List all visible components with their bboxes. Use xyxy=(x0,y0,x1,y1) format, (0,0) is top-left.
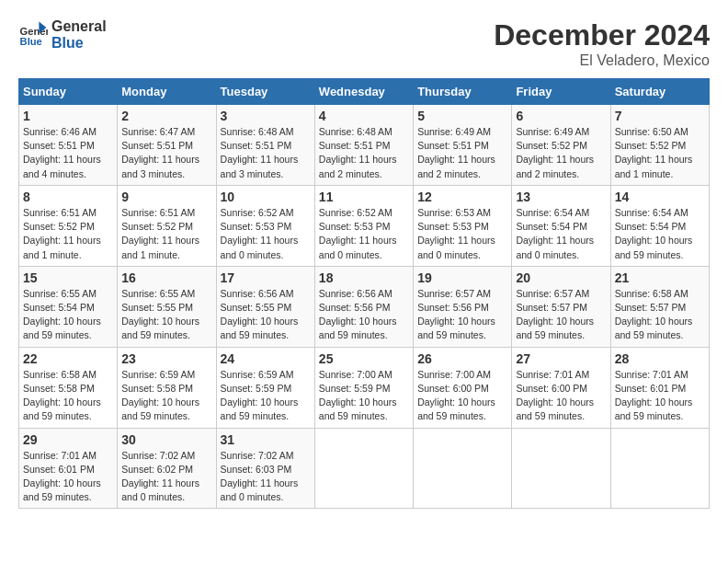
col-header-wednesday: Wednesday xyxy=(314,79,413,105)
day-number: 10 xyxy=(221,190,311,204)
day-info: Sunrise: 6:58 AM Sunset: 5:58 PM Dayligh… xyxy=(23,368,113,424)
calendar-cell: 12Sunrise: 6:53 AM Sunset: 5:53 PM Dayli… xyxy=(414,185,512,266)
day-info: Sunrise: 6:56 AM Sunset: 5:56 PM Dayligh… xyxy=(319,287,409,343)
day-number: 5 xyxy=(417,109,507,123)
day-info: Sunrise: 6:57 AM Sunset: 5:57 PM Dayligh… xyxy=(516,287,606,343)
day-info: Sunrise: 6:52 AM Sunset: 5:53 PM Dayligh… xyxy=(319,206,409,262)
calendar-cell xyxy=(414,428,512,509)
day-info: Sunrise: 6:46 AM Sunset: 5:51 PM Dayligh… xyxy=(23,125,113,181)
calendar-cell: 23Sunrise: 6:59 AM Sunset: 5:58 PM Dayli… xyxy=(118,347,216,428)
day-info: Sunrise: 6:51 AM Sunset: 5:52 PM Dayligh… xyxy=(121,206,211,262)
calendar-cell: 19Sunrise: 6:57 AM Sunset: 5:56 PM Dayli… xyxy=(414,266,512,347)
calendar-cell: 8Sunrise: 6:51 AM Sunset: 5:52 PM Daylig… xyxy=(19,185,118,266)
day-info: Sunrise: 6:55 AM Sunset: 5:55 PM Dayligh… xyxy=(121,287,211,343)
day-number: 21 xyxy=(615,270,705,285)
day-number: 3 xyxy=(221,109,311,123)
calendar-week-2: 8Sunrise: 6:51 AM Sunset: 5:52 PM Daylig… xyxy=(19,185,710,266)
calendar-cell: 26Sunrise: 7:00 AM Sunset: 6:00 PM Dayli… xyxy=(414,347,512,428)
col-header-monday: Monday xyxy=(118,79,216,105)
calendar-cell: 14Sunrise: 6:54 AM Sunset: 5:54 PM Dayli… xyxy=(610,185,709,266)
day-number: 30 xyxy=(121,432,211,447)
calendar-header-row: SundayMondayTuesdayWednesdayThursdayFrid… xyxy=(19,79,710,105)
calendar-cell: 28Sunrise: 7:01 AM Sunset: 6:01 PM Dayli… xyxy=(610,347,709,428)
day-info: Sunrise: 7:01 AM Sunset: 6:01 PM Dayligh… xyxy=(615,368,705,424)
calendar-table: SundayMondayTuesdayWednesdayThursdayFrid… xyxy=(18,78,710,509)
day-number: 1 xyxy=(23,109,113,123)
day-info: Sunrise: 6:56 AM Sunset: 5:55 PM Dayligh… xyxy=(221,287,311,343)
calendar-body: 1Sunrise: 6:46 AM Sunset: 5:51 PM Daylig… xyxy=(19,105,710,509)
calendar-cell: 29Sunrise: 7:01 AM Sunset: 6:01 PM Dayli… xyxy=(19,428,118,509)
calendar-cell: 6Sunrise: 6:49 AM Sunset: 5:52 PM Daylig… xyxy=(512,105,610,186)
logo-text-general: General xyxy=(51,18,107,35)
day-info: Sunrise: 6:48 AM Sunset: 5:51 PM Dayligh… xyxy=(221,125,311,181)
calendar-cell: 21Sunrise: 6:58 AM Sunset: 5:57 PM Dayli… xyxy=(610,266,709,347)
calendar-cell: 18Sunrise: 6:56 AM Sunset: 5:56 PM Dayli… xyxy=(314,266,413,347)
day-number: 31 xyxy=(221,432,311,447)
calendar-week-5: 29Sunrise: 7:01 AM Sunset: 6:01 PM Dayli… xyxy=(19,428,710,509)
day-info: Sunrise: 6:52 AM Sunset: 5:53 PM Dayligh… xyxy=(221,206,311,262)
calendar-cell: 1Sunrise: 6:46 AM Sunset: 5:51 PM Daylig… xyxy=(19,105,118,186)
calendar-cell: 27Sunrise: 7:01 AM Sunset: 6:00 PM Dayli… xyxy=(512,347,610,428)
day-number: 17 xyxy=(221,270,311,285)
calendar-cell: 20Sunrise: 6:57 AM Sunset: 5:57 PM Dayli… xyxy=(512,266,610,347)
day-info: Sunrise: 6:57 AM Sunset: 5:56 PM Dayligh… xyxy=(417,287,507,343)
calendar-subtitle: El Veladero, Mexico xyxy=(494,52,710,69)
calendar-title: December 2024 xyxy=(494,18,710,52)
calendar-cell: 11Sunrise: 6:52 AM Sunset: 5:53 PM Dayli… xyxy=(314,185,413,266)
col-header-thursday: Thursday xyxy=(414,79,512,105)
day-info: Sunrise: 6:51 AM Sunset: 5:52 PM Dayligh… xyxy=(23,206,113,262)
page-header: General Blue General Blue December 2024 … xyxy=(18,18,710,69)
svg-text:Blue: Blue xyxy=(20,36,42,47)
day-number: 22 xyxy=(23,351,113,366)
day-info: Sunrise: 6:59 AM Sunset: 5:58 PM Dayligh… xyxy=(121,368,211,424)
logo-text-blue: Blue xyxy=(51,35,107,52)
calendar-cell: 22Sunrise: 6:58 AM Sunset: 5:58 PM Dayli… xyxy=(19,347,118,428)
day-info: Sunrise: 6:59 AM Sunset: 5:59 PM Dayligh… xyxy=(221,368,311,424)
day-info: Sunrise: 6:58 AM Sunset: 5:57 PM Dayligh… xyxy=(615,287,705,343)
calendar-cell: 9Sunrise: 6:51 AM Sunset: 5:52 PM Daylig… xyxy=(118,185,216,266)
day-info: Sunrise: 6:54 AM Sunset: 5:54 PM Dayligh… xyxy=(615,206,705,262)
day-info: Sunrise: 6:54 AM Sunset: 5:54 PM Dayligh… xyxy=(516,206,606,262)
day-number: 16 xyxy=(121,270,211,285)
calendar-cell xyxy=(512,428,610,509)
logo: General Blue General Blue xyxy=(18,18,107,52)
col-header-sunday: Sunday xyxy=(19,79,118,105)
day-number: 28 xyxy=(615,351,705,366)
day-number: 26 xyxy=(417,351,507,366)
day-number: 8 xyxy=(23,190,113,204)
day-number: 12 xyxy=(417,190,507,204)
day-info: Sunrise: 6:49 AM Sunset: 5:52 PM Dayligh… xyxy=(516,125,606,181)
day-number: 15 xyxy=(23,270,113,285)
calendar-cell: 13Sunrise: 6:54 AM Sunset: 5:54 PM Dayli… xyxy=(512,185,610,266)
day-info: Sunrise: 7:00 AM Sunset: 5:59 PM Dayligh… xyxy=(319,368,409,424)
day-info: Sunrise: 6:48 AM Sunset: 5:51 PM Dayligh… xyxy=(319,125,409,181)
calendar-week-4: 22Sunrise: 6:58 AM Sunset: 5:58 PM Dayli… xyxy=(19,347,710,428)
day-info: Sunrise: 6:49 AM Sunset: 5:51 PM Dayligh… xyxy=(417,125,507,181)
calendar-week-3: 15Sunrise: 6:55 AM Sunset: 5:54 PM Dayli… xyxy=(19,266,710,347)
day-number: 18 xyxy=(319,270,409,285)
col-header-saturday: Saturday xyxy=(610,79,709,105)
day-number: 9 xyxy=(121,190,211,204)
day-info: Sunrise: 7:01 AM Sunset: 6:00 PM Dayligh… xyxy=(516,368,606,424)
calendar-cell: 4Sunrise: 6:48 AM Sunset: 5:51 PM Daylig… xyxy=(314,105,413,186)
day-info: Sunrise: 7:01 AM Sunset: 6:01 PM Dayligh… xyxy=(23,449,113,505)
day-number: 6 xyxy=(516,109,606,123)
calendar-cell xyxy=(610,428,709,509)
calendar-title-block: December 2024 El Veladero, Mexico xyxy=(494,18,710,69)
calendar-cell: 16Sunrise: 6:55 AM Sunset: 5:55 PM Dayli… xyxy=(118,266,216,347)
day-number: 2 xyxy=(121,109,211,123)
day-number: 7 xyxy=(615,109,705,123)
day-info: Sunrise: 7:02 AM Sunset: 6:03 PM Dayligh… xyxy=(221,449,311,505)
calendar-cell: 5Sunrise: 6:49 AM Sunset: 5:51 PM Daylig… xyxy=(414,105,512,186)
day-number: 27 xyxy=(516,351,606,366)
col-header-friday: Friday xyxy=(512,79,610,105)
day-number: 14 xyxy=(615,190,705,204)
day-info: Sunrise: 6:47 AM Sunset: 5:51 PM Dayligh… xyxy=(121,125,211,181)
day-number: 25 xyxy=(319,351,409,366)
day-number: 19 xyxy=(417,270,507,285)
calendar-cell: 7Sunrise: 6:50 AM Sunset: 5:52 PM Daylig… xyxy=(610,105,709,186)
calendar-cell: 17Sunrise: 6:56 AM Sunset: 5:55 PM Dayli… xyxy=(216,266,314,347)
calendar-week-1: 1Sunrise: 6:46 AM Sunset: 5:51 PM Daylig… xyxy=(19,105,710,186)
day-number: 24 xyxy=(221,351,311,366)
day-info: Sunrise: 7:02 AM Sunset: 6:02 PM Dayligh… xyxy=(121,449,211,505)
